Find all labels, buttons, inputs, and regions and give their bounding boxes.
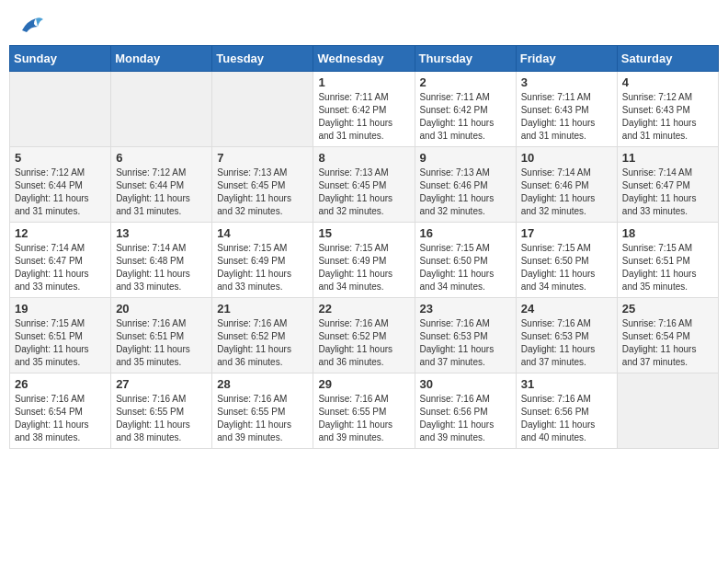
calendar-cell: 13Sunrise: 7:14 AMSunset: 6:48 PMDayligh… — [111, 223, 212, 298]
day-number: 8 — [318, 151, 409, 165]
calendar-cell — [617, 373, 718, 449]
calendar-cell: 5Sunrise: 7:12 AMSunset: 6:44 PMDaylight… — [10, 147, 111, 223]
day-number: 11 — [622, 151, 713, 165]
day-info: Sunrise: 7:14 AMSunset: 6:46 PMDaylight:… — [521, 167, 612, 218]
day-number: 16 — [420, 226, 511, 240]
day-number: 20 — [116, 302, 207, 316]
calendar-table: SundayMondayTuesdayWednesdayThursdayFrid… — [9, 45, 719, 449]
calendar-cell — [111, 72, 212, 147]
calendar-cell: 15Sunrise: 7:15 AMSunset: 6:49 PMDayligh… — [313, 223, 415, 298]
calendar-week-row: 26Sunrise: 7:16 AMSunset: 6:54 PMDayligh… — [10, 373, 719, 449]
day-number: 29 — [318, 377, 409, 391]
day-number: 25 — [622, 302, 713, 316]
day-of-week-header: Tuesday — [212, 46, 313, 72]
day-number: 3 — [521, 75, 612, 89]
day-info: Sunrise: 7:16 AMSunset: 6:56 PMDaylight:… — [420, 393, 511, 444]
calendar-week-row: 19Sunrise: 7:15 AMSunset: 6:51 PMDayligh… — [10, 298, 719, 373]
day-info: Sunrise: 7:13 AMSunset: 6:45 PMDaylight:… — [318, 167, 409, 218]
calendar-cell: 21Sunrise: 7:16 AMSunset: 6:52 PMDayligh… — [212, 298, 313, 373]
calendar-cell: 16Sunrise: 7:15 AMSunset: 6:50 PMDayligh… — [415, 223, 516, 298]
day-info: Sunrise: 7:16 AMSunset: 6:55 PMDaylight:… — [318, 393, 409, 444]
calendar-cell: 11Sunrise: 7:14 AMSunset: 6:47 PMDayligh… — [617, 147, 718, 223]
day-info: Sunrise: 7:12 AMSunset: 6:43 PMDaylight:… — [622, 91, 713, 143]
day-number: 23 — [420, 302, 511, 316]
day-info: Sunrise: 7:14 AMSunset: 6:48 PMDaylight:… — [116, 242, 207, 293]
calendar-cell: 29Sunrise: 7:16 AMSunset: 6:55 PMDayligh… — [313, 373, 415, 449]
day-number: 6 — [116, 151, 207, 165]
day-number: 15 — [318, 226, 409, 240]
calendar-cell: 26Sunrise: 7:16 AMSunset: 6:54 PMDayligh… — [10, 373, 111, 449]
day-of-week-header: Wednesday — [313, 46, 415, 72]
day-number: 22 — [318, 302, 409, 316]
calendar-cell: 25Sunrise: 7:16 AMSunset: 6:54 PMDayligh… — [617, 298, 718, 373]
day-of-week-header: Friday — [516, 46, 617, 72]
day-number: 19 — [15, 302, 106, 316]
calendar-cell: 1Sunrise: 7:11 AMSunset: 6:42 PMDaylight… — [313, 72, 415, 147]
day-info: Sunrise: 7:12 AMSunset: 6:44 PMDaylight:… — [15, 167, 106, 218]
day-number: 10 — [521, 151, 612, 165]
calendar-cell: 24Sunrise: 7:16 AMSunset: 6:53 PMDayligh… — [516, 298, 617, 373]
day-info: Sunrise: 7:16 AMSunset: 6:54 PMDaylight:… — [622, 317, 713, 369]
calendar-week-row: 1Sunrise: 7:11 AMSunset: 6:42 PMDaylight… — [10, 72, 719, 147]
day-info: Sunrise: 7:12 AMSunset: 6:44 PMDaylight:… — [116, 167, 207, 218]
logo — [14, 14, 45, 36]
calendar-cell: 28Sunrise: 7:16 AMSunset: 6:55 PMDayligh… — [212, 373, 313, 449]
calendar-cell: 22Sunrise: 7:16 AMSunset: 6:52 PMDayligh… — [313, 298, 415, 373]
day-number: 9 — [420, 151, 511, 165]
page-header — [9, 9, 719, 36]
day-of-week-header: Sunday — [10, 46, 111, 72]
calendar-week-row: 12Sunrise: 7:14 AMSunset: 6:47 PMDayligh… — [10, 223, 719, 298]
day-info: Sunrise: 7:11 AMSunset: 6:42 PMDaylight:… — [318, 91, 409, 143]
calendar-cell: 12Sunrise: 7:14 AMSunset: 6:47 PMDayligh… — [10, 223, 111, 298]
calendar-cell: 10Sunrise: 7:14 AMSunset: 6:46 PMDayligh… — [516, 147, 617, 223]
calendar-cell: 17Sunrise: 7:15 AMSunset: 6:50 PMDayligh… — [516, 223, 617, 298]
day-info: Sunrise: 7:16 AMSunset: 6:52 PMDaylight:… — [217, 317, 308, 369]
day-info: Sunrise: 7:16 AMSunset: 6:53 PMDaylight:… — [521, 317, 612, 369]
day-number: 30 — [420, 377, 511, 391]
day-info: Sunrise: 7:15 AMSunset: 6:51 PMDaylight:… — [15, 317, 106, 369]
day-info: Sunrise: 7:14 AMSunset: 6:47 PMDaylight:… — [622, 167, 713, 218]
day-number: 28 — [217, 377, 308, 391]
day-number: 1 — [318, 75, 409, 89]
logo-bird-icon — [17, 14, 45, 36]
calendar-cell: 23Sunrise: 7:16 AMSunset: 6:53 PMDayligh… — [415, 298, 516, 373]
day-info: Sunrise: 7:15 AMSunset: 6:50 PMDaylight:… — [420, 242, 511, 293]
day-of-week-header: Saturday — [617, 46, 718, 72]
calendar-week-row: 5Sunrise: 7:12 AMSunset: 6:44 PMDaylight… — [10, 147, 719, 223]
day-info: Sunrise: 7:16 AMSunset: 6:51 PMDaylight:… — [116, 317, 207, 369]
calendar-cell: 7Sunrise: 7:13 AMSunset: 6:45 PMDaylight… — [212, 147, 313, 223]
day-info: Sunrise: 7:16 AMSunset: 6:56 PMDaylight:… — [521, 393, 612, 444]
calendar-cell: 27Sunrise: 7:16 AMSunset: 6:55 PMDayligh… — [111, 373, 212, 449]
calendar-cell: 3Sunrise: 7:11 AMSunset: 6:43 PMDaylight… — [516, 72, 617, 147]
day-info: Sunrise: 7:15 AMSunset: 6:49 PMDaylight:… — [318, 242, 409, 293]
calendar-cell: 19Sunrise: 7:15 AMSunset: 6:51 PMDayligh… — [10, 298, 111, 373]
day-number: 24 — [521, 302, 612, 316]
day-number: 26 — [15, 377, 106, 391]
calendar-cell: 9Sunrise: 7:13 AMSunset: 6:46 PMDaylight… — [415, 147, 516, 223]
calendar-cell: 18Sunrise: 7:15 AMSunset: 6:51 PMDayligh… — [617, 223, 718, 298]
calendar-header-row: SundayMondayTuesdayWednesdayThursdayFrid… — [10, 46, 719, 72]
calendar-cell: 6Sunrise: 7:12 AMSunset: 6:44 PMDaylight… — [111, 147, 212, 223]
day-info: Sunrise: 7:16 AMSunset: 6:55 PMDaylight:… — [217, 393, 308, 444]
calendar-cell: 31Sunrise: 7:16 AMSunset: 6:56 PMDayligh… — [516, 373, 617, 449]
day-number: 18 — [622, 226, 713, 240]
day-number: 17 — [521, 226, 612, 240]
day-number: 4 — [622, 75, 713, 89]
day-info: Sunrise: 7:16 AMSunset: 6:54 PMDaylight:… — [15, 393, 106, 444]
calendar-cell: 2Sunrise: 7:11 AMSunset: 6:42 PMDaylight… — [415, 72, 516, 147]
calendar-cell: 30Sunrise: 7:16 AMSunset: 6:56 PMDayligh… — [415, 373, 516, 449]
day-info: Sunrise: 7:15 AMSunset: 6:51 PMDaylight:… — [622, 242, 713, 293]
day-info: Sunrise: 7:11 AMSunset: 6:43 PMDaylight:… — [521, 91, 612, 143]
day-number: 13 — [116, 226, 207, 240]
day-info: Sunrise: 7:14 AMSunset: 6:47 PMDaylight:… — [15, 242, 106, 293]
calendar-cell — [10, 72, 111, 147]
day-number: 5 — [15, 151, 106, 165]
day-number: 7 — [217, 151, 308, 165]
day-number: 14 — [217, 226, 308, 240]
day-info: Sunrise: 7:16 AMSunset: 6:53 PMDaylight:… — [420, 317, 511, 369]
calendar-cell: 20Sunrise: 7:16 AMSunset: 6:51 PMDayligh… — [111, 298, 212, 373]
day-info: Sunrise: 7:15 AMSunset: 6:50 PMDaylight:… — [521, 242, 612, 293]
day-of-week-header: Thursday — [415, 46, 516, 72]
day-number: 12 — [15, 226, 106, 240]
day-number: 2 — [420, 75, 511, 89]
